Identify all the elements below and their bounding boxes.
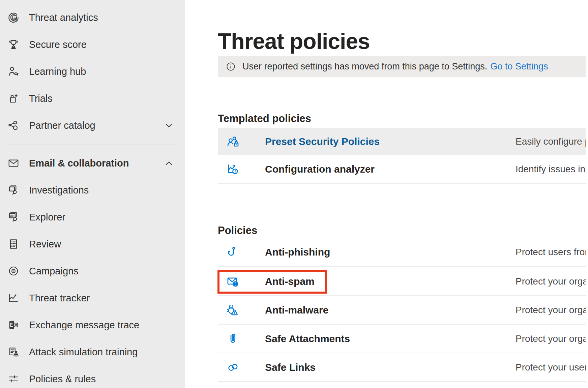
sidebar-item-secure-score[interactable]: Secure score: [0, 31, 185, 58]
row-label[interactable]: Anti-phishing: [265, 246, 330, 258]
sidebar-item-policies-rules[interactable]: Policies & rules: [0, 365, 185, 388]
trials-icon: [7, 92, 20, 105]
safe-links-icon: [226, 360, 240, 375]
partner-catalog-icon: [7, 119, 20, 132]
row-safe-links[interactable]: Safe Links Protect your users fr: [218, 353, 586, 381]
row-description: Easily configure prot: [516, 136, 586, 147]
sidebar-item-label: Partner catalog: [29, 120, 95, 131]
sidebar-item-review[interactable]: Review: [0, 231, 185, 258]
sidebar-item-threat-analytics[interactable]: Threat analytics: [0, 4, 185, 31]
sidebar-item-label: Review: [29, 239, 61, 250]
sidebar-item-label: Learning hub: [29, 66, 86, 77]
sidebar-item-learning-hub[interactable]: Learning hub: [0, 58, 185, 85]
sidebar-item-email-collaboration[interactable]: Email & collaboration: [0, 150, 185, 177]
review-icon: [7, 238, 20, 250]
safe-attachments-icon: [226, 332, 240, 346]
page-title: Threat policies: [218, 28, 370, 54]
anti-phishing-icon: [226, 245, 240, 259]
row-label[interactable]: Preset Security Policies: [265, 136, 380, 147]
section-heading-policies: Policies: [218, 225, 257, 237]
sidebar-item-threat-tracker[interactable]: Threat tracker: [0, 285, 185, 311]
sidebar-item-label: Campaigns: [29, 266, 79, 277]
info-banner: User reported settings has moved from th…: [218, 56, 586, 77]
row-label[interactable]: Anti-malware: [265, 304, 328, 316]
policies-rules-icon: [7, 372, 20, 385]
row-configuration-analyzer[interactable]: Configuration analyzer Identify issues i…: [218, 155, 586, 183]
sidebar-item-attack-simulation-training[interactable]: Attack simulation training: [0, 338, 185, 365]
sidebar-item-label: Secure score: [29, 39, 87, 50]
go-to-settings-link[interactable]: Go to Settings: [490, 61, 548, 72]
sidebar-item-trials[interactable]: Trials: [0, 85, 185, 112]
row-description: Protect your organiz: [516, 276, 586, 287]
threat-policies-screen: Threat analytics Secure score Learning h…: [0, 0, 588, 388]
sidebar-item-campaigns[interactable]: Campaigns: [0, 258, 185, 285]
sidebar: Threat analytics Secure score Learning h…: [0, 0, 185, 388]
sidebar-item-label: Policies & rules: [29, 374, 96, 385]
sidebar-item-label: Explorer: [29, 212, 65, 223]
secure-score-icon: [7, 38, 20, 51]
explorer-icon: [7, 211, 20, 223]
banner-text: User reported settings has moved from th…: [242, 61, 487, 72]
row-description: Identify issues in you: [516, 164, 586, 175]
chevron-down-icon[interactable]: [164, 120, 174, 130]
row-anti-phishing[interactable]: Anti-phishing Protect users from p: [218, 238, 586, 266]
info-icon: [226, 61, 236, 72]
row-description: Protect your users fr: [516, 362, 586, 373]
campaigns-icon: [7, 265, 20, 277]
exchange-icon: [7, 319, 20, 331]
sidebar-item-label: Threat tracker: [29, 293, 90, 304]
row-divider: [218, 381, 586, 382]
row-label[interactable]: Configuration analyzer: [265, 163, 375, 175]
row-description: Protect your organiz: [516, 305, 586, 316]
sidebar-item-investigations[interactable]: Investigations: [0, 177, 185, 204]
sidebar-item-partner-catalog[interactable]: Partner catalog: [0, 112, 185, 139]
section-heading-templated-policies: Templated policies: [218, 113, 311, 125]
investigations-icon: [7, 184, 20, 197]
configuration-analyzer-icon: [226, 162, 240, 176]
row-label[interactable]: Safe Links: [265, 362, 316, 373]
row-safe-attachments[interactable]: Safe Attachments Protect your organiz: [218, 325, 586, 353]
row-label[interactable]: Anti-spam: [265, 276, 315, 287]
row-description: Protect your organiz: [516, 333, 586, 344]
sidebar-divider: [7, 145, 175, 145]
sidebar-item-exchange-message-trace[interactable]: Exchange message trace: [0, 311, 185, 338]
row-description: Protect users from p: [516, 247, 586, 258]
sidebar-item-label: Email & collaboration: [29, 158, 129, 169]
learning-hub-icon: [7, 65, 20, 78]
sidebar-item-label: Attack simulation training: [29, 347, 138, 358]
threat-tracker-icon: [7, 292, 20, 304]
sidebar-item-label: Trials: [29, 93, 53, 104]
row-anti-spam[interactable]: Anti-spam Protect your organiz: [218, 267, 586, 295]
anti-spam-icon: [226, 274, 240, 289]
sidebar-item-label: Threat analytics: [29, 12, 98, 23]
row-divider: [218, 183, 586, 184]
sidebar-item-label: Investigations: [29, 185, 89, 196]
chevron-up-icon[interactable]: [164, 158, 174, 168]
anti-malware-icon: [226, 303, 240, 317]
row-divider: [218, 266, 586, 267]
sidebar-item-label: Exchange message trace: [29, 320, 139, 331]
attack-simulation-icon: [7, 346, 20, 358]
row-label[interactable]: Safe Attachments: [265, 333, 350, 345]
preset-security-policies-icon: [226, 135, 240, 149]
row-anti-malware[interactable]: Anti-malware Protect your organiz: [218, 296, 586, 324]
sidebar-item-explorer[interactable]: Explorer: [0, 204, 185, 231]
mail-icon: [7, 157, 20, 170]
threat-analytics-icon: [7, 11, 20, 24]
row-preset-security-policies[interactable]: Preset Security Policies Easily configur…: [218, 128, 586, 155]
